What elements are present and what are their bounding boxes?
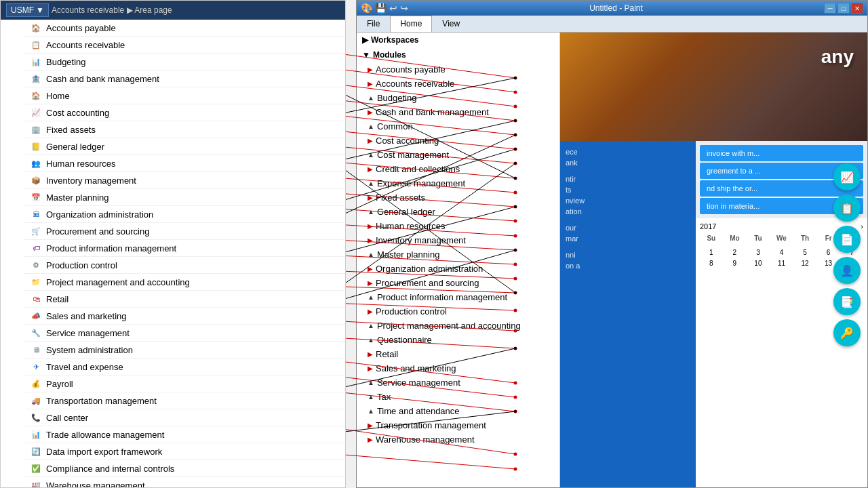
workspaces-header[interactable]: ▶ Workspaces (357, 33, 559, 47)
module-item-11[interactable]: 🏛Organization administration (24, 206, 345, 223)
module-item-2[interactable]: 📊Budgeting (24, 54, 345, 70)
action-btn-4[interactable]: 👤 (833, 257, 861, 284)
right-module-item-12[interactable]: ▶Inventory management (357, 233, 559, 247)
module-item-6[interactable]: 🏢Fixed assets (24, 121, 345, 138)
cal-date[interactable]: 9 (724, 258, 747, 268)
paint-title: Untitled - Paint (412, 3, 820, 13)
module-item-18[interactable]: 🔧Service management (24, 325, 345, 342)
module-item-15[interactable]: 📁Project management and accounting (24, 274, 345, 291)
d365-nav-ntir[interactable]: ntir (566, 174, 690, 184)
module-item-23[interactable]: 📞Call center (24, 409, 345, 426)
module-item-21[interactable]: 💰Payroll (24, 375, 345, 392)
right-module-item-24[interactable]: ▲Time and attendance (357, 404, 559, 418)
module-item-8[interactable]: 👥Human resources (24, 155, 345, 172)
right-module-item-25[interactable]: ▶Transportation management (357, 418, 559, 432)
module-item-5[interactable]: 📈Cost accounting (24, 104, 345, 121)
paint-tab-view[interactable]: View (432, 16, 470, 32)
d365-nav-ona[interactable]: on a (566, 260, 690, 271)
cal-date[interactable]: 8 (700, 258, 723, 268)
right-module-item-0[interactable]: ▶Accounts payable (357, 62, 559, 77)
right-module-item-3[interactable]: ▶Cash and bank management (357, 105, 559, 119)
maximize-button[interactable]: □ (837, 3, 850, 14)
right-module-item-14[interactable]: ▶Organization administration (357, 262, 559, 276)
undo-icon[interactable]: ↩ (389, 3, 397, 14)
right-module-item-11[interactable]: ▶Human resources (357, 219, 559, 233)
cal-date[interactable]: 2 (724, 247, 747, 258)
module-item-0[interactable]: 🏠Accounts payable (24, 20, 345, 37)
cal-date[interactable]: 3 (747, 247, 770, 258)
right-module-item-7[interactable]: ▶Credit and collections (357, 162, 559, 176)
module-text-18: Service management (46, 328, 130, 338)
module-item-20[interactable]: ✈Travel and expense (24, 359, 345, 375)
cal-date[interactable]: 4 (770, 247, 793, 258)
right-module-item-21[interactable]: ▶Sales and marketing (357, 361, 559, 375)
module-item-14[interactable]: ⚙Production control (24, 257, 345, 274)
right-module-item-13[interactable]: ▲Master planning (357, 247, 559, 262)
d365-nav-ece[interactable]: ece (566, 146, 690, 157)
calendar-next-icon[interactable]: › (861, 222, 863, 230)
right-module-item-15[interactable]: ▶Procurement and sourcing (357, 276, 559, 290)
right-module-item-22[interactable]: ▲Service management (357, 375, 559, 390)
module-item-1[interactable]: 📋Accounts receivable (24, 37, 345, 54)
module-item-4[interactable]: 🏠Home (24, 87, 345, 104)
right-module-item-19[interactable]: ▲Questionnaire (357, 333, 559, 347)
module-item-12[interactable]: 🛒Procurement and sourcing (24, 223, 345, 240)
close-button[interactable]: ✕ (851, 3, 863, 14)
module-item-22[interactable]: 🚚Transportation management (24, 392, 345, 409)
paint-tab-file[interactable]: File (357, 16, 390, 32)
minimize-button[interactable]: ─ (824, 3, 836, 14)
right-module-item-16[interactable]: ▲Product information management (357, 290, 559, 304)
d365-tile-0[interactable]: invoice with m... (700, 145, 863, 161)
right-module-item-17[interactable]: ▶Production control (357, 304, 559, 319)
d365-nav-nni[interactable]: nni (566, 249, 690, 260)
right-module-item-26[interactable]: ▶Warehouse management (357, 432, 559, 447)
paint-tab-home[interactable]: Home (390, 16, 432, 32)
module-item-17[interactable]: 📣Sales and marketing (24, 308, 345, 325)
module-item-25[interactable]: 🔄Data import export framework (24, 443, 345, 460)
module-item-24[interactable]: 📊Trade allowance management (24, 426, 345, 443)
right-module-item-6[interactable]: ▲Cost management (357, 148, 559, 162)
cal-date[interactable]: 5 (793, 247, 816, 258)
action-btn-2[interactable]: 📋 (833, 195, 861, 222)
cal-date[interactable]: 11 (770, 258, 793, 268)
d365-nav-ank[interactable]: ank (566, 157, 690, 168)
company-selector[interactable]: USMF ▼ (6, 3, 49, 17)
d365-nav-mar[interactable]: mar (566, 233, 690, 244)
modules-header[interactable]: ▼ Modules (357, 47, 559, 62)
right-module-item-20[interactable]: ▶Retail (357, 347, 559, 361)
right-module-item-2[interactable]: ▲Budgeting (357, 91, 559, 105)
right-module-item-1[interactable]: ▶Accounts receivable (357, 77, 559, 91)
module-icon-22: 🚚 (30, 394, 42, 407)
module-item-7[interactable]: 📒General ledger (24, 138, 345, 155)
d365-nav-our[interactable]: our (566, 222, 690, 233)
module-item-10[interactable]: 📅Master planning (24, 189, 345, 206)
redo-icon[interactable]: ↪ (400, 3, 408, 14)
action-btn-3[interactable]: 📄 (833, 226, 861, 253)
d365-nav-nview[interactable]: nview (566, 195, 690, 206)
right-module-item-8[interactable]: ▲Expense management (357, 176, 559, 190)
rmod-arrow-26: ▶ (368, 436, 373, 443)
save-icon[interactable]: 💾 (375, 3, 387, 14)
d365-nav-ation[interactable]: ation (566, 206, 690, 217)
module-item-26[interactable]: ✅Compliance and internal controls (24, 460, 345, 477)
right-module-item-10[interactable]: ▲General ledger (357, 205, 559, 219)
action-btn-6[interactable]: 🔑 (833, 319, 861, 346)
action-btn-1[interactable]: 📈 (833, 163, 861, 190)
cal-date[interactable]: 1 (700, 247, 723, 258)
right-module-item-5[interactable]: ▶Cost accounting (357, 134, 559, 148)
module-text-15: Project management and accounting (46, 277, 190, 287)
d365-nav-ts[interactable]: ts (566, 184, 690, 195)
right-module-item-18[interactable]: ▲Project management and accounting (357, 319, 559, 333)
cal-date[interactable]: 10 (747, 258, 770, 268)
module-item-19[interactable]: 🖥System administration (24, 342, 345, 359)
right-module-item-23[interactable]: ▲Tax (357, 390, 559, 404)
module-item-9[interactable]: 📦Inventory management (24, 172, 345, 189)
module-item-13[interactable]: 🏷Product information management (24, 240, 345, 257)
module-item-27[interactable]: 🏭Warehouse management (24, 477, 345, 487)
right-module-item-4[interactable]: ▲Common (357, 119, 559, 134)
cal-date[interactable]: 12 (793, 258, 816, 268)
action-btn-5[interactable]: 📑 (833, 288, 861, 315)
right-module-item-9[interactable]: ▶Fixed assets (357, 190, 559, 205)
module-item-16[interactable]: 🛍Retail (24, 291, 345, 308)
module-item-3[interactable]: 🏦Cash and bank management (24, 70, 345, 87)
